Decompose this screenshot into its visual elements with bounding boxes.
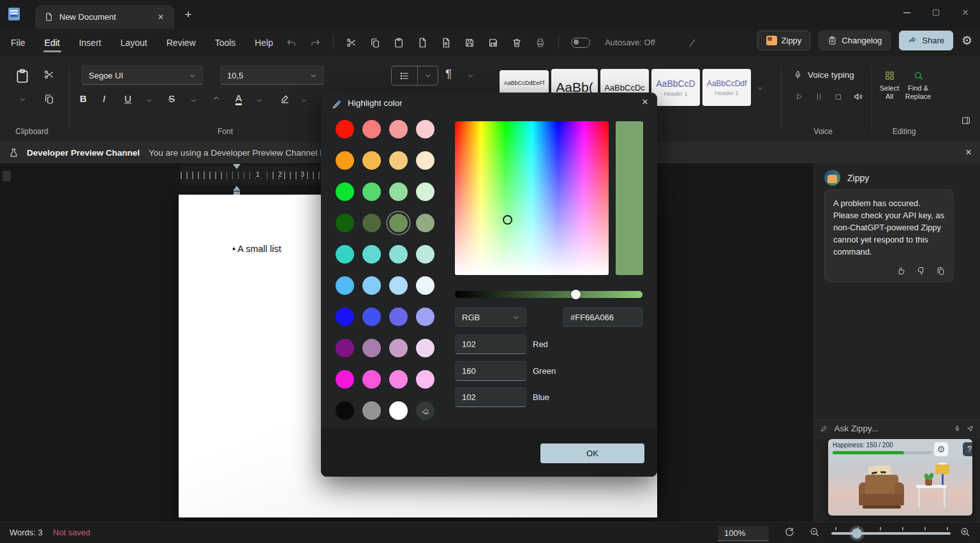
value-slider-thumb[interactable] [571,290,581,299]
zoom-slider[interactable] [831,532,951,535]
color-swatch[interactable] [336,276,354,295]
print-icon[interactable] [535,37,546,48]
pet-help-button[interactable]: ? [963,442,972,456]
color-swatch[interactable] [389,182,408,201]
superscript-icon[interactable] [212,94,220,102]
red-channel-input[interactable] [455,334,526,354]
thumbs-up-icon[interactable] [896,266,906,276]
menu-item-insert[interactable]: Insert [78,35,103,50]
paste-icon[interactable] [393,37,405,48]
color-swatch[interactable] [389,214,408,232]
color-swatch[interactable] [336,151,354,170]
new-document-icon[interactable] [417,37,428,48]
color-swatch[interactable] [389,151,408,170]
color-swatch[interactable] [389,276,408,295]
value-slider[interactable] [455,291,642,298]
copy-icon[interactable] [43,93,55,105]
delete-icon[interactable] [511,37,523,48]
font-color-chevron-icon[interactable] [256,97,263,104]
color-swatch[interactable] [416,308,434,326]
settings-gear-icon[interactable]: ⚙ [961,33,972,48]
color-swatch[interactable] [416,182,434,201]
open-document-icon[interactable] [440,37,452,48]
color-swatch[interactable] [389,120,408,138]
color-swatch[interactable] [336,182,354,201]
color-swatch[interactable] [389,401,408,420]
copy-icon[interactable] [369,37,381,48]
color-swatch[interactable] [362,276,381,295]
ask-zippy-input[interactable] [835,424,947,433]
redo-icon[interactable] [309,37,321,48]
color-swatch[interactable] [416,214,434,232]
changelog-button[interactable]: Changelog [819,31,891,50]
zoom-slider-thumb[interactable] [852,528,862,539]
reset-zoom-icon[interactable] [784,526,795,537]
hex-color-input[interactable] [563,308,642,327]
play-icon[interactable] [794,92,804,101]
style-card-header1[interactable]: AaBbCcD Header 1 [651,69,700,106]
pet-settings-gear-icon[interactable]: ⚙ [934,442,948,456]
font-family-select[interactable]: Segoe UI [82,66,203,85]
color-swatch[interactable] [389,245,408,264]
menu-item-help[interactable]: Help [253,35,274,50]
font-size-select[interactable]: 10,5 [220,66,324,85]
color-swatch[interactable] [336,245,354,264]
indent-marker-bottom[interactable] [233,186,241,191]
green-channel-input[interactable] [455,361,526,381]
menu-item-layout[interactable]: Layout [119,35,149,50]
paste-large-icon[interactable] [14,68,31,84]
color-swatch[interactable] [336,120,354,138]
color-swatch[interactable] [416,370,434,389]
thumbs-down-icon[interactable] [916,266,926,276]
color-swatch[interactable] [336,308,354,326]
color-swatch[interactable] [389,370,408,389]
color-swatch[interactable] [336,339,354,357]
document-tab[interactable]: New Document × [35,5,174,29]
strike-chevron-icon[interactable] [190,97,197,104]
zippy-button[interactable]: Zippy [757,31,811,50]
underline-button[interactable]: U [124,93,131,104]
color-swatch[interactable] [336,370,354,389]
ok-button[interactable]: OK [540,443,644,463]
color-swatch[interactable] [389,308,408,326]
color-swatch[interactable] [362,151,381,170]
color-swatch[interactable] [362,245,381,264]
send-icon[interactable] [967,424,974,433]
saturation-lightness-picker[interactable] [455,121,609,275]
clean-icon[interactable] [820,424,828,433]
new-tab-button[interactable]: + [181,8,195,22]
dialog-close-icon[interactable]: × [642,96,648,108]
highlight-chevron-icon[interactable] [301,97,308,104]
color-swatch[interactable] [416,120,434,138]
color-swatch[interactable] [362,182,381,201]
pause-icon[interactable] [814,92,824,101]
style-card-header2[interactable]: AaBbCcDdf Header 2 [702,69,751,106]
italic-button[interactable]: I [103,93,105,104]
minimize-button[interactable] [892,0,921,26]
cut-icon[interactable] [346,37,357,48]
menu-item-file[interactable]: File [10,35,27,50]
color-swatch[interactable] [362,370,381,389]
save-icon[interactable] [464,37,475,48]
save-as-icon[interactable] [487,37,499,48]
highlight-color-icon[interactable] [279,93,290,104]
voice-input-icon[interactable] [954,424,961,433]
panel-toggle-icon[interactable] [961,115,971,126]
style-card-normal[interactable]: AaBbCcDdEeFf [500,70,549,96]
color-swatch[interactable] [416,151,434,170]
cut-icon[interactable] [43,69,55,80]
color-swatch[interactable] [416,339,434,357]
color-model-select[interactable]: RGB [455,308,526,327]
pilcrow-chevron-icon[interactable] [467,72,474,79]
color-swatch[interactable] [389,339,408,357]
strikethrough-button[interactable]: S [168,93,175,104]
undo-icon[interactable] [286,37,297,48]
copy-response-icon[interactable] [936,266,946,276]
color-swatch[interactable] [362,120,381,138]
menu-item-review[interactable]: Review [165,35,197,50]
bullet-list-split-button[interactable] [391,66,438,86]
paste-chevron-icon[interactable] [19,96,26,103]
color-swatch[interactable] [362,339,381,357]
bold-button[interactable]: B [80,93,87,104]
pilcrow-button[interactable]: ¶ [445,67,452,81]
